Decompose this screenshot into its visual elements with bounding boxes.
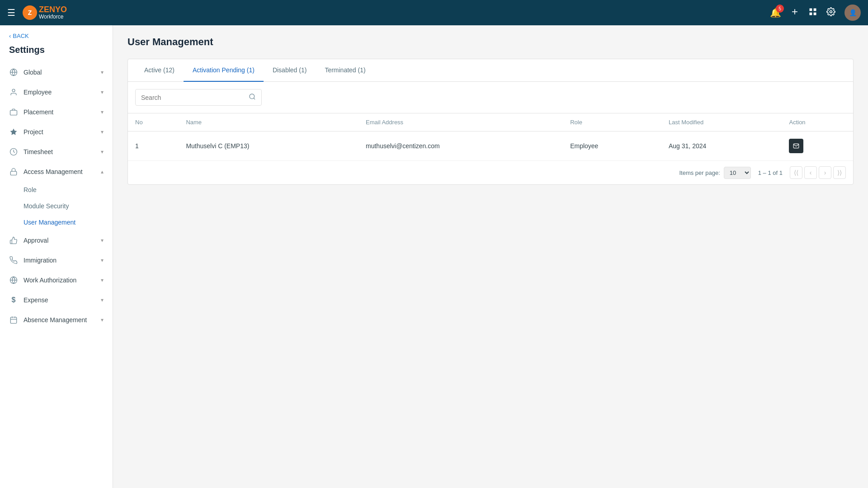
col-header-action: Action <box>782 113 853 131</box>
sidebar-item-approval[interactable]: Approval ▾ <box>0 230 113 250</box>
settings-gear-icon[interactable] <box>826 7 835 19</box>
back-button[interactable]: ‹ BACK <box>0 25 113 43</box>
immigration-icon <box>9 256 18 265</box>
chevron-down-icon: ▾ <box>101 89 104 95</box>
access-management-icon <box>9 167 18 176</box>
sidebar-subitem-module-security-label: Module Security <box>24 202 69 210</box>
svg-point-20 <box>250 94 255 99</box>
work-authorization-icon <box>9 276 18 285</box>
logo-text-zenyo: ZENYO <box>39 5 67 14</box>
chevron-down-icon: ▾ <box>101 237 104 244</box>
top-navigation: ☰ Z ZENYO Workforce 🔔 5 👤 <box>0 0 868 25</box>
sidebar-item-expense[interactable]: $ Expense ▾ <box>0 290 113 310</box>
search-button[interactable] <box>243 89 261 105</box>
search-wrapper <box>135 89 262 106</box>
sidebar-item-work-authorization[interactable]: Work Authorization ▾ <box>0 270 113 290</box>
svg-rect-4 <box>810 12 812 15</box>
sidebar-item-timesheet[interactable]: Timesheet ▾ <box>0 142 113 162</box>
chevron-down-icon: ▾ <box>101 277 104 283</box>
sidebar-item-approval-label: Approval <box>24 237 95 244</box>
tab-active[interactable]: Active (12) <box>135 59 184 82</box>
user-avatar[interactable]: 👤 <box>844 5 861 21</box>
add-icon[interactable] <box>790 7 799 19</box>
sidebar-item-absence-management-label: Absence Management <box>24 316 95 324</box>
sidebar-item-access-management-label: Access Management <box>24 168 95 175</box>
logo-text-workforce: Workforce <box>39 14 67 20</box>
user-management-card: Active (12) Activation Pending (1) Disab… <box>127 59 854 185</box>
logo-icon: Z <box>23 5 37 20</box>
table-row: 1 Muthuselvi C (EMP13) muthuselvi@centiz… <box>128 131 853 161</box>
sidebar-item-expense-label: Expense <box>24 296 95 304</box>
grid-icon[interactable] <box>808 7 817 19</box>
sidebar-item-project[interactable]: Project ▾ <box>0 122 113 142</box>
sidebar-subitem-role-label: Role <box>24 186 37 193</box>
col-header-no: No <box>128 113 179 131</box>
svg-rect-5 <box>814 12 816 15</box>
chevron-up-icon: ▴ <box>101 169 104 175</box>
sidebar-subitem-module-security[interactable]: Module Security <box>0 198 113 214</box>
cell-role: Employee <box>563 131 661 161</box>
chevron-down-icon: ▾ <box>101 129 104 135</box>
sidebar-subitem-user-management[interactable]: User Management <box>0 214 113 230</box>
logo: Z ZENYO Workforce <box>23 5 67 20</box>
sidebar-subitem-role[interactable]: Role <box>0 182 113 198</box>
sidebar-item-placement[interactable]: Placement ▾ <box>0 102 113 122</box>
svg-rect-16 <box>10 317 17 324</box>
chevron-down-icon: ▾ <box>101 69 104 75</box>
sidebar-item-employee-label: Employee <box>24 89 95 96</box>
sidebar-item-global-label: Global <box>24 69 95 76</box>
items-per-page-select[interactable]: 10 25 50 100 <box>724 167 751 179</box>
table-container: No Name Email Address Role Last Modified… <box>128 113 853 161</box>
page-title: User Management <box>127 36 854 48</box>
search-section <box>128 82 853 113</box>
tab-disabled[interactable]: Disabled (1) <box>264 59 316 82</box>
absence-management-icon <box>9 315 18 324</box>
prev-page-button[interactable]: ‹ <box>804 166 817 179</box>
cell-last-modified: Aug 31, 2024 <box>661 131 782 161</box>
svg-rect-13 <box>10 171 17 175</box>
sidebar-item-placement-label: Placement <box>24 108 95 116</box>
chevron-down-icon: ▾ <box>101 149 104 155</box>
svg-point-9 <box>12 89 15 92</box>
sidebar-item-project-label: Project <box>24 128 95 136</box>
cell-name: Muthuselvi C (EMP13) <box>179 131 359 161</box>
sidebar: ‹ BACK Settings Global ▾ Employee ▾ Plac… <box>0 25 113 488</box>
cell-email: muthuselvi@centizen.com <box>359 131 563 161</box>
last-page-button[interactable]: ⟩⟩ <box>833 166 846 179</box>
sidebar-item-employee[interactable]: Employee ▾ <box>0 82 113 102</box>
sidebar-item-immigration-label: Immigration <box>24 257 95 264</box>
timesheet-icon <box>9 147 18 156</box>
chevron-down-icon: ▾ <box>101 297 104 303</box>
search-input[interactable] <box>136 90 243 105</box>
notification-icon[interactable]: 🔔 5 <box>770 7 781 18</box>
sidebar-title: Settings <box>0 43 113 62</box>
placement-icon <box>9 108 18 117</box>
next-page-button[interactable]: › <box>819 166 831 179</box>
hamburger-icon[interactable]: ☰ <box>7 7 15 18</box>
back-arrow-icon: ‹ <box>9 33 11 39</box>
cell-no: 1 <box>128 131 179 161</box>
tab-activation-pending[interactable]: Activation Pending (1) <box>184 59 264 82</box>
col-header-name: Name <box>179 113 359 131</box>
back-label: BACK <box>13 33 28 39</box>
cell-action <box>782 131 853 161</box>
svg-rect-10 <box>10 110 17 115</box>
tab-terminated[interactable]: Terminated (1) <box>316 59 374 82</box>
notification-badge: 5 <box>776 5 784 13</box>
main-content: User Management Active (12) Activation P… <box>113 25 868 488</box>
send-email-button[interactable] <box>789 139 803 153</box>
svg-point-6 <box>830 10 832 13</box>
col-header-email: Email Address <box>359 113 563 131</box>
col-header-last-modified: Last Modified <box>661 113 782 131</box>
global-icon <box>9 68 18 77</box>
sidebar-item-access-management[interactable]: Access Management ▴ <box>0 162 113 182</box>
svg-line-21 <box>254 98 255 99</box>
sidebar-item-global[interactable]: Global ▾ <box>0 62 113 82</box>
page-info: 1 – 1 of 1 <box>758 169 783 176</box>
first-page-button[interactable]: ⟨⟨ <box>790 166 802 179</box>
svg-rect-3 <box>814 8 816 11</box>
sidebar-item-absence-management[interactable]: Absence Management ▾ <box>0 310 113 330</box>
chevron-down-icon: ▾ <box>101 317 104 323</box>
sidebar-item-immigration[interactable]: Immigration ▾ <box>0 250 113 270</box>
sidebar-subitem-user-management-label: User Management <box>24 219 75 226</box>
